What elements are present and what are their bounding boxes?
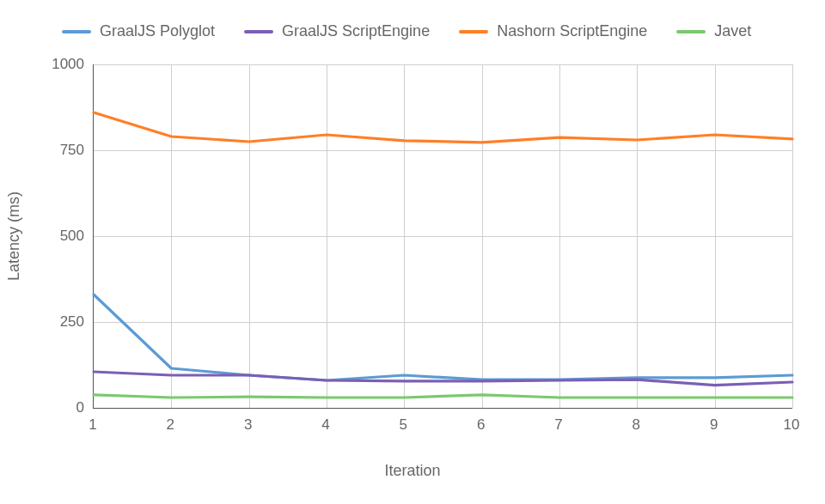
legend-label: GraalJS Polyglot bbox=[100, 22, 215, 40]
legend-item: GraalJS Polyglot bbox=[62, 22, 215, 40]
y-tick-label: 0 bbox=[36, 399, 84, 416]
x-tick-label: 3 bbox=[244, 416, 252, 434]
legend: GraalJS Polyglot GraalJS ScriptEngine Na… bbox=[62, 22, 791, 40]
legend-swatch bbox=[62, 30, 91, 33]
gridline-v bbox=[792, 64, 793, 408]
x-axis-title: Iteration bbox=[384, 462, 440, 480]
legend-swatch bbox=[676, 30, 706, 33]
legend-swatch bbox=[459, 30, 488, 33]
chart-container: GraalJS Polyglot GraalJS ScriptEngine Na… bbox=[0, 0, 825, 504]
legend-item: GraalJS ScriptEngine bbox=[244, 22, 430, 40]
legend-label: Javet bbox=[714, 22, 751, 40]
y-tick-label: 500 bbox=[36, 228, 84, 245]
y-tick-label: 1000 bbox=[36, 56, 84, 73]
x-tick-label: 10 bbox=[784, 416, 800, 434]
plot-area bbox=[93, 64, 792, 409]
x-tick-label: 5 bbox=[400, 416, 407, 434]
y-tick-label: 750 bbox=[36, 142, 84, 159]
series-line-javet bbox=[94, 395, 792, 398]
x-tick-label: 7 bbox=[554, 416, 562, 434]
x-tick-label: 9 bbox=[710, 416, 718, 434]
x-tick-label: 2 bbox=[167, 416, 174, 434]
y-axis-title: Latency (ms) bbox=[5, 191, 23, 281]
legend-item: Javet bbox=[676, 22, 751, 40]
legend-swatch bbox=[244, 30, 273, 33]
legend-item: Nashorn ScriptEngine bbox=[459, 22, 647, 40]
series-svg bbox=[94, 64, 792, 408]
x-tick-label: 1 bbox=[89, 416, 96, 434]
y-tick-label: 250 bbox=[36, 313, 84, 331]
legend-label: GraalJS ScriptEngine bbox=[282, 22, 430, 40]
x-tick-label: 8 bbox=[632, 416, 640, 434]
series-line-graaljs-polyglot bbox=[94, 295, 792, 380]
x-tick-label: 4 bbox=[321, 416, 329, 434]
x-tick-label: 6 bbox=[477, 416, 485, 434]
legend-label: Nashorn ScriptEngine bbox=[497, 22, 647, 40]
series-line-nashorn-scriptengine bbox=[94, 112, 792, 143]
